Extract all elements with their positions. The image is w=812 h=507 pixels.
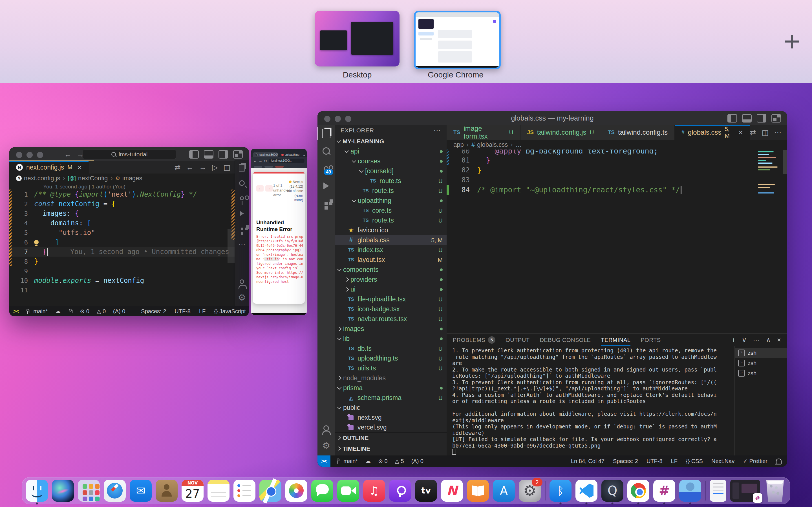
status-item[interactable]: LF — [199, 308, 206, 315]
tab-image-form.tsx[interactable]: TSimage-form.tsxU — [447, 125, 520, 140]
extensions-icon[interactable] — [317, 194, 335, 212]
dock-quicktime-icon[interactable]: Q — [601, 480, 623, 502]
breadcrumb-item[interactable]: ⚙images — [116, 175, 142, 182]
status-item-branch[interactable] — [68, 308, 73, 314]
breadcrumb-item[interactable]: Nnext.config.js — [16, 175, 60, 182]
desktop-space-thumbnail[interactable] — [315, 11, 400, 66]
browser-toolbar[interactable]: ← → ↻ localhost:3000/... — [251, 157, 307, 165]
run-debug-icon[interactable] — [235, 206, 249, 221]
status-item-err[interactable]: ⊗ 0 — [378, 458, 388, 464]
status-item[interactable]: Next.Nav — [711, 458, 734, 464]
dock-settings-icon[interactable]: ⚙2 — [519, 480, 541, 502]
tree-item-uploadthing.ts[interactable]: TSuploadthing.tsU — [335, 353, 447, 363]
dock-podcasts-icon[interactable] — [389, 480, 411, 502]
bookmark-item[interactable] — [254, 166, 262, 168]
status-item-cloud[interactable]: ☁ — [55, 308, 61, 315]
dock-tv-icon[interactable]: tv — [415, 480, 437, 502]
status-item[interactable]: ✓ Prettier — [743, 458, 767, 464]
tree-item-globals.css[interactable]: #globals.css5, M — [335, 235, 447, 245]
dock-launchpad-icon[interactable] — [78, 480, 100, 502]
tree-item-[courseId][interactable]: [courseId] — [335, 166, 447, 176]
status-item-err[interactable]: ⊗ 0 — [80, 308, 89, 315]
breadcrumb-item[interactable]: #globals.css — [471, 141, 508, 149]
browser-tab-localhost[interactable]: localhost:3000/teac × — [253, 152, 278, 157]
tree-item-schema.prisma[interactable]: ◭schema.prismaU — [335, 393, 447, 403]
tree-item-courses[interactable]: courses — [335, 156, 447, 166]
minimize-window-button[interactable] — [27, 152, 33, 158]
status-item-warn[interactable]: △ 0 — [97, 308, 106, 315]
dock-finder-icon[interactable] — [26, 480, 48, 502]
status-item[interactable]: Ln 84, Col 47 — [571, 458, 605, 464]
tree-item-route.ts[interactable]: TSroute.tsU — [335, 176, 447, 186]
editor-action-icon[interactable]: ⇄ — [174, 163, 181, 172]
account-icon[interactable] — [317, 419, 335, 437]
tree-item-uploadthing[interactable]: uploadthing — [335, 196, 447, 206]
tree-item-route.ts[interactable]: TSroute.tsU — [335, 216, 447, 225]
status-item[interactable]: UTF-8 — [174, 308, 191, 315]
dock-facetime-icon[interactable] — [337, 480, 359, 502]
traffic-lights[interactable] — [16, 152, 43, 158]
dock-minwin-light-icon[interactable] — [710, 480, 726, 502]
breadcrumb-item[interactable]: … — [515, 141, 522, 149]
address-bar[interactable]: localhost:3000/... — [269, 159, 305, 163]
back-icon[interactable]: ← — [253, 159, 257, 163]
editor-scrollbar[interactable] — [783, 150, 787, 174]
main-code-editor[interactable]: 80 @apply bg-background text-foreground;… — [447, 150, 787, 194]
editor-scrollbar[interactable] — [227, 229, 235, 263]
editor-action-icon[interactable]: ▷ — [212, 163, 218, 172]
tree-item-providers[interactable]: providers — [335, 275, 447, 284]
tab-globals.css[interactable]: #globals.css5, M× — [675, 125, 750, 140]
space-chrome[interactable]: Google Chrome — [414, 11, 497, 69]
customize-layout-icon[interactable] — [233, 150, 243, 159]
minimap[interactable] — [758, 150, 781, 319]
bookmark-item[interactable] — [275, 166, 284, 168]
reload-icon[interactable]: ↻ — [264, 159, 267, 163]
tree-item-favicon.ico[interactable]: ★favicon.ico — [335, 225, 447, 235]
tree-item-prisma[interactable]: prisma — [335, 383, 447, 393]
status-item[interactable]: {} JavaScript — [214, 308, 246, 315]
panel-tab-problems[interactable]: PROBLEMS5 — [453, 334, 495, 346]
bookmark-item[interactable] — [264, 166, 273, 168]
dock-photos-icon[interactable] — [285, 480, 307, 502]
remote-indicator[interactable]: >< — [317, 455, 331, 467]
panel-action-icon[interactable]: + — [732, 336, 735, 344]
tree-item-api[interactable]: api — [335, 147, 447, 156]
next-error-button[interactable]: → — [265, 185, 273, 191]
tab-next-config[interactable]: N next.config.js M × — [9, 161, 89, 173]
prev-error-button[interactable]: ← — [256, 185, 264, 191]
editor-action-icon[interactable]: ◫ — [223, 163, 231, 172]
editor-action-icon[interactable]: ⋯ — [774, 128, 781, 137]
zoom-window-button[interactable] — [37, 152, 43, 158]
panel-actions[interactable]: +∨⋯∧× — [732, 336, 781, 344]
search-icon[interactable] — [317, 142, 335, 160]
dock-maps-icon[interactable] — [259, 480, 282, 502]
dock-appstore-icon[interactable]: A — [493, 480, 515, 502]
editor-action-icon[interactable]: ⇄ — [750, 128, 756, 137]
toggle-panel-icon[interactable] — [742, 114, 752, 122]
tree-item-utils.ts[interactable]: TSutils.tsU — [335, 363, 447, 373]
tree-item-public[interactable]: public — [335, 403, 447, 413]
settings-gear-icon[interactable]: ⚙ — [317, 437, 335, 454]
dock-siri-icon[interactable] — [52, 480, 74, 502]
source-control-icon[interactable] — [235, 191, 249, 206]
tab-tailwind.config.ts[interactable]: TStailwind.config.ts — [601, 125, 675, 140]
outline-section[interactable]: OUTLINE — [335, 432, 447, 443]
panel-tab-output[interactable]: OUTPUT — [506, 334, 529, 346]
tree-item-core.ts[interactable]: TScore.tsU — [335, 206, 447, 216]
customize-layout-icon[interactable] — [771, 114, 781, 122]
new-tab-button[interactable]: + — [303, 154, 305, 157]
main-breadcrumb[interactable]: app›#globals.css›… — [447, 140, 787, 150]
dock-chrome-icon[interactable] — [627, 480, 649, 502]
small-breadcrumb[interactable]: Nnext.config.js›[@]nextConfig›⚙images — [9, 173, 249, 183]
panel-action-icon[interactable]: × — [777, 336, 781, 344]
tree-item-icon-badge.tsx[interactable]: TSicon-badge.tsxU — [335, 304, 447, 314]
status-item[interactable] — [776, 459, 781, 464]
search-icon[interactable] — [235, 175, 249, 191]
lightbulb-icon[interactable] — [34, 240, 39, 244]
dock-blueapp-icon[interactable] — [679, 480, 701, 502]
dock-reminders-icon[interactable] — [234, 480, 255, 502]
status-item-cloud[interactable]: ☁ — [365, 458, 371, 464]
dock-news-icon[interactable]: N — [441, 480, 463, 502]
dock-bluetooth-icon[interactable]: ᛒ — [550, 480, 571, 502]
extensions-icon[interactable] — [235, 221, 249, 236]
